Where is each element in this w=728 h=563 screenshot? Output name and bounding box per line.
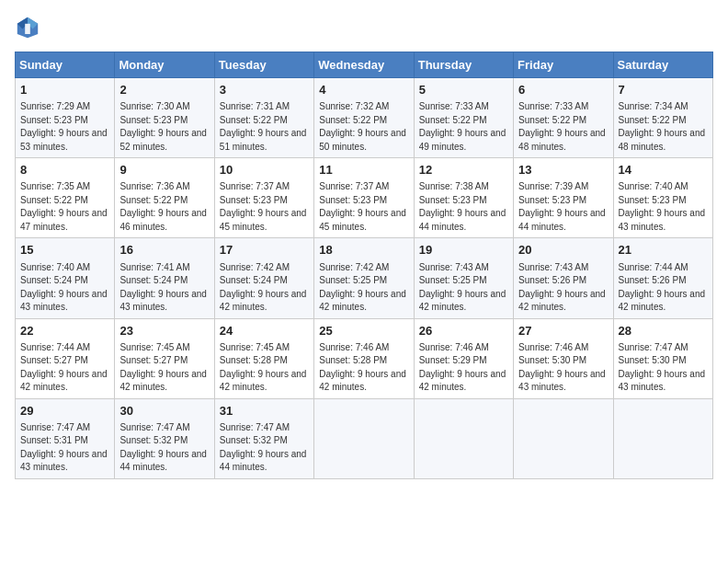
calendar-cell: 27 Sunrise: 7:46 AM Sunset: 5:30 PM Dayl… [514, 318, 613, 398]
day-number: 20 [518, 242, 608, 259]
calendar-cell: 22 Sunrise: 7:44 AM Sunset: 5:27 PM Dayl… [16, 318, 115, 398]
calendar-cell: 14 Sunrise: 7:40 AM Sunset: 5:23 PM Dayl… [613, 158, 712, 238]
day-number: 9 [119, 162, 209, 178]
header-cell: Tuesday [214, 52, 313, 78]
day-info: Sunrise: 7:47 AM Sunset: 5:30 PM Dayligh… [619, 341, 708, 395]
day-info: Sunrise: 7:43 AM Sunset: 5:26 PM Dayligh… [518, 261, 608, 315]
day-info: Sunrise: 7:42 AM Sunset: 5:25 PM Dayligh… [319, 261, 408, 315]
header-cell: Monday [115, 52, 214, 78]
calendar-week: 29 Sunrise: 7:47 AM Sunset: 5:31 PM Dayl… [16, 398, 713, 478]
day-number: 16 [119, 242, 209, 259]
day-info: Sunrise: 7:34 AM Sunset: 5:22 PM Dayligh… [619, 100, 708, 154]
day-info: Sunrise: 7:44 AM Sunset: 5:27 PM Dayligh… [20, 341, 109, 395]
calendar-week: 22 Sunrise: 7:44 AM Sunset: 5:27 PM Dayl… [16, 318, 713, 398]
calendar-cell: 13 Sunrise: 7:39 AM Sunset: 5:23 PM Dayl… [514, 158, 613, 238]
header-cell: Sunday [16, 52, 115, 78]
calendar-cell [613, 398, 712, 478]
day-number: 22 [20, 323, 109, 339]
day-info: Sunrise: 7:45 AM Sunset: 5:27 PM Dayligh… [119, 341, 209, 395]
header-row: SundayMondayTuesdayWednesdayThursdayFrid… [16, 52, 713, 78]
calendar-cell: 4 Sunrise: 7:32 AM Sunset: 5:22 PM Dayli… [314, 78, 414, 158]
header-cell: Saturday [613, 52, 712, 78]
day-info: Sunrise: 7:33 AM Sunset: 5:22 PM Dayligh… [419, 100, 508, 154]
calendar-cell: 29 Sunrise: 7:47 AM Sunset: 5:31 PM Dayl… [16, 398, 115, 478]
day-number: 6 [518, 82, 608, 98]
day-number: 28 [619, 323, 708, 339]
calendar-cell: 8 Sunrise: 7:35 AM Sunset: 5:22 PM Dayli… [16, 158, 115, 238]
calendar-cell: 5 Sunrise: 7:33 AM Sunset: 5:22 PM Dayli… [414, 78, 513, 158]
day-info: Sunrise: 7:40 AM Sunset: 5:24 PM Dayligh… [20, 261, 109, 315]
calendar-cell: 24 Sunrise: 7:45 AM Sunset: 5:28 PM Dayl… [214, 318, 313, 398]
day-info: Sunrise: 7:45 AM Sunset: 5:28 PM Dayligh… [220, 341, 309, 395]
day-number: 11 [319, 162, 408, 178]
day-info: Sunrise: 7:47 AM Sunset: 5:32 PM Dayligh… [220, 421, 309, 475]
calendar-cell: 9 Sunrise: 7:36 AM Sunset: 5:22 PM Dayli… [115, 158, 214, 238]
day-info: Sunrise: 7:37 AM Sunset: 5:23 PM Dayligh… [319, 180, 408, 234]
day-number: 26 [419, 323, 508, 339]
day-number: 14 [619, 162, 708, 178]
calendar-cell: 21 Sunrise: 7:44 AM Sunset: 5:26 PM Dayl… [613, 238, 712, 318]
day-info: Sunrise: 7:44 AM Sunset: 5:26 PM Dayligh… [619, 261, 708, 315]
day-info: Sunrise: 7:46 AM Sunset: 5:30 PM Dayligh… [518, 341, 608, 395]
logo [15, 15, 44, 40]
day-number: 21 [619, 242, 708, 259]
day-info: Sunrise: 7:32 AM Sunset: 5:22 PM Dayligh… [319, 100, 408, 154]
calendar-cell: 26 Sunrise: 7:46 AM Sunset: 5:29 PM Dayl… [414, 318, 513, 398]
calendar-header: SundayMondayTuesdayWednesdayThursdayFrid… [16, 52, 713, 78]
svg-rect-3 [25, 24, 30, 34]
calendar-cell [514, 398, 613, 478]
day-number: 19 [419, 242, 508, 259]
day-info: Sunrise: 7:33 AM Sunset: 5:22 PM Dayligh… [518, 100, 608, 154]
calendar-week: 8 Sunrise: 7:35 AM Sunset: 5:22 PM Dayli… [16, 158, 713, 238]
day-number: 15 [20, 242, 109, 259]
day-info: Sunrise: 7:41 AM Sunset: 5:24 PM Dayligh… [119, 261, 209, 315]
calendar-cell: 15 Sunrise: 7:40 AM Sunset: 5:24 PM Dayl… [16, 238, 115, 318]
day-number: 13 [518, 162, 608, 178]
calendar-cell: 19 Sunrise: 7:43 AM Sunset: 5:25 PM Dayl… [414, 238, 513, 318]
calendar-cell: 7 Sunrise: 7:34 AM Sunset: 5:22 PM Dayli… [613, 78, 712, 158]
day-number: 17 [220, 242, 309, 259]
day-number: 18 [319, 242, 408, 259]
day-info: Sunrise: 7:46 AM Sunset: 5:29 PM Dayligh… [419, 341, 508, 395]
calendar-cell: 17 Sunrise: 7:42 AM Sunset: 5:24 PM Dayl… [214, 238, 313, 318]
day-info: Sunrise: 7:36 AM Sunset: 5:22 PM Dayligh… [119, 180, 209, 234]
day-info: Sunrise: 7:40 AM Sunset: 5:23 PM Dayligh… [619, 180, 708, 234]
day-number: 1 [20, 82, 109, 98]
calendar-cell: 11 Sunrise: 7:37 AM Sunset: 5:23 PM Dayl… [314, 158, 414, 238]
calendar-cell: 1 Sunrise: 7:29 AM Sunset: 5:23 PM Dayli… [16, 78, 115, 158]
day-info: Sunrise: 7:29 AM Sunset: 5:23 PM Dayligh… [20, 100, 109, 154]
day-number: 23 [119, 323, 209, 339]
day-number: 12 [419, 162, 508, 178]
calendar-table: SundayMondayTuesdayWednesdayThursdayFrid… [15, 52, 713, 479]
calendar-cell: 31 Sunrise: 7:47 AM Sunset: 5:32 PM Dayl… [214, 398, 313, 478]
day-number: 10 [220, 162, 309, 178]
calendar-week: 15 Sunrise: 7:40 AM Sunset: 5:24 PM Dayl… [16, 238, 713, 318]
calendar-cell: 18 Sunrise: 7:42 AM Sunset: 5:25 PM Dayl… [314, 238, 414, 318]
day-number: 24 [220, 323, 309, 339]
day-info: Sunrise: 7:31 AM Sunset: 5:22 PM Dayligh… [220, 100, 309, 154]
day-number: 5 [419, 82, 508, 98]
day-info: Sunrise: 7:42 AM Sunset: 5:24 PM Dayligh… [220, 261, 309, 315]
calendar-cell: 30 Sunrise: 7:47 AM Sunset: 5:32 PM Dayl… [115, 398, 214, 478]
calendar-cell: 23 Sunrise: 7:45 AM Sunset: 5:27 PM Dayl… [115, 318, 214, 398]
header-cell: Thursday [414, 52, 513, 78]
day-number: 31 [220, 403, 309, 419]
day-info: Sunrise: 7:46 AM Sunset: 5:28 PM Dayligh… [319, 341, 408, 395]
calendar-cell: 25 Sunrise: 7:46 AM Sunset: 5:28 PM Dayl… [314, 318, 414, 398]
calendar-cell: 12 Sunrise: 7:38 AM Sunset: 5:23 PM Dayl… [414, 158, 513, 238]
calendar-cell: 10 Sunrise: 7:37 AM Sunset: 5:23 PM Dayl… [214, 158, 313, 238]
calendar-cell [414, 398, 513, 478]
day-number: 4 [319, 82, 408, 98]
day-info: Sunrise: 7:47 AM Sunset: 5:32 PM Dayligh… [119, 421, 209, 475]
calendar-cell: 16 Sunrise: 7:41 AM Sunset: 5:24 PM Dayl… [115, 238, 214, 318]
day-number: 25 [319, 323, 408, 339]
day-number: 27 [518, 323, 608, 339]
calendar-cell: 3 Sunrise: 7:31 AM Sunset: 5:22 PM Dayli… [214, 78, 313, 158]
day-number: 29 [20, 403, 109, 419]
day-info: Sunrise: 7:37 AM Sunset: 5:23 PM Dayligh… [220, 180, 309, 234]
day-number: 2 [119, 82, 209, 98]
day-info: Sunrise: 7:47 AM Sunset: 5:31 PM Dayligh… [20, 421, 109, 475]
day-info: Sunrise: 7:30 AM Sunset: 5:23 PM Dayligh… [119, 100, 209, 154]
day-info: Sunrise: 7:38 AM Sunset: 5:23 PM Dayligh… [419, 180, 508, 234]
calendar-cell: 6 Sunrise: 7:33 AM Sunset: 5:22 PM Dayli… [514, 78, 613, 158]
